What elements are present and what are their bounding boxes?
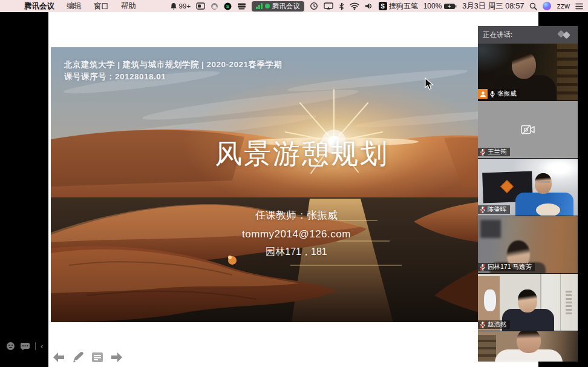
slide-info-block: 任课教师：张振威 tommy2014@126.com 园林171，181 bbox=[200, 208, 393, 259]
shared-screen-window: 北京建筑大学 | 建筑与城市规划学院 | 2020-2021春季学期 课号课序号… bbox=[48, 12, 538, 367]
video-tile-2[interactable]: 王兰筠 bbox=[478, 101, 578, 158]
video-tile-3[interactable]: 陈肇晖 bbox=[478, 159, 578, 216]
svg-text:S: S bbox=[226, 4, 230, 9]
meeting-status-pill[interactable]: 腾讯会议 bbox=[252, 1, 304, 12]
prev-slide-button[interactable] bbox=[52, 351, 65, 363]
window-manager-icon[interactable] bbox=[196, 2, 205, 10]
menu-window[interactable]: 窗口 bbox=[88, 0, 115, 12]
video-tile-4[interactable]: 园林171 马逸芳 bbox=[478, 216, 578, 273]
signal-bars-icon bbox=[256, 3, 263, 9]
camera-off-icon bbox=[520, 124, 536, 136]
slideshow-nav-toolbar bbox=[52, 351, 123, 364]
chat-bubble-button[interactable] bbox=[20, 342, 30, 351]
volume-icon[interactable] bbox=[365, 2, 373, 10]
spotlight-search-icon[interactable] bbox=[529, 2, 537, 10]
mic-muted-icon bbox=[480, 321, 486, 328]
canyon-photo bbox=[51, 47, 538, 322]
toolbar-divider bbox=[35, 342, 36, 350]
collapse-chevron-icon[interactable]: ‹ bbox=[41, 342, 43, 350]
battery-percent: 100% bbox=[423, 2, 442, 10]
fast-user-switch[interactable]: zzw bbox=[557, 2, 570, 10]
menu-list-icon[interactable] bbox=[575, 3, 583, 10]
bell-icon bbox=[170, 2, 177, 10]
airplay-display-icon[interactable] bbox=[324, 2, 333, 10]
participant-name: 陈肇晖 bbox=[488, 205, 507, 214]
slide-title: 风景游憩规划 bbox=[196, 136, 408, 172]
menubar-clock[interactable]: 3月3日 周三 08:57 bbox=[462, 1, 524, 12]
slide-class-line: 园林171，181 bbox=[200, 246, 393, 259]
notification-badge[interactable]: 99+ bbox=[170, 2, 191, 10]
mic-muted-icon bbox=[480, 148, 486, 156]
notification-count: 99+ bbox=[179, 2, 191, 10]
meeting-pill-label: 腾讯会议 bbox=[272, 2, 300, 11]
mic-muted-icon bbox=[480, 263, 486, 271]
presentation-slide: 北京建筑大学 | 建筑与城市规划学院 | 2020-2021春季学期 课号课序号… bbox=[51, 47, 538, 322]
participant-name: 园林171 马逸芳 bbox=[488, 263, 532, 271]
speaking-label: 正在讲话: bbox=[483, 30, 512, 39]
participant-video-panel[interactable]: 正在讲话: 张振威 bbox=[478, 26, 578, 362]
participant-nametag: 园林171 马逸芳 bbox=[478, 263, 535, 271]
mic-on-icon bbox=[489, 90, 495, 98]
annotation-panel-button[interactable] bbox=[91, 351, 104, 363]
video-tile-1[interactable]: 张振威 bbox=[478, 44, 578, 101]
keyboard-stack-icon[interactable] bbox=[237, 2, 246, 10]
participant-nametag: 陈肇晖 bbox=[478, 205, 510, 214]
mic-active-dot-icon bbox=[265, 4, 270, 8]
emoji-button[interactable] bbox=[6, 342, 15, 351]
macos-menubar: 腾讯会议 编辑 窗口 帮助 99+ S 腾讯会议 bbox=[0, 0, 588, 12]
mouse-cursor bbox=[425, 78, 434, 90]
video-tile-5[interactable]: 赵浩然 bbox=[478, 274, 578, 331]
mic-muted-icon bbox=[480, 206, 486, 213]
menu-app-name[interactable]: 腾讯会议 bbox=[18, 0, 60, 12]
next-slide-button[interactable] bbox=[110, 351, 123, 363]
creative-cloud-icon[interactable] bbox=[211, 2, 218, 10]
slide-school-line: 北京建筑大学 | 建筑与城市规划学院 | 2020-2021春季学期 bbox=[64, 59, 283, 70]
slide-teacher-line: 任课教师：张振威 bbox=[200, 208, 393, 222]
wifi-icon[interactable] bbox=[350, 2, 359, 10]
video-feed bbox=[478, 331, 578, 362]
participant-name: 王兰筠 bbox=[488, 148, 507, 156]
video-tile-6[interactable] bbox=[478, 331, 578, 362]
participant-nametag: 王兰筠 bbox=[478, 148, 510, 156]
panel-header[interactable]: 正在讲话: bbox=[478, 26, 578, 44]
shield-s-icon[interactable]: S bbox=[224, 2, 232, 10]
battery-icon bbox=[443, 3, 457, 10]
siri-icon[interactable] bbox=[543, 2, 551, 10]
menu-help[interactable]: 帮助 bbox=[115, 0, 142, 12]
participant-nametag: 赵浩然 bbox=[478, 320, 510, 329]
sogou-icon: S bbox=[379, 2, 387, 10]
pen-tool-button[interactable] bbox=[71, 351, 85, 364]
input-method-item[interactable]: S 搜狗五笔 bbox=[379, 1, 418, 12]
participant-name: 赵浩然 bbox=[488, 320, 507, 329]
slide-course-line: 课号课序号：20128018.01 bbox=[64, 71, 166, 82]
host-badge-icon bbox=[478, 89, 488, 99]
time-machine-icon[interactable] bbox=[310, 2, 318, 10]
participant-name: 张振威 bbox=[497, 90, 517, 98]
corner-toolbar: ‹ bbox=[6, 342, 43, 351]
ime-label: 搜狗五笔 bbox=[389, 1, 418, 12]
menu-edit[interactable]: 编辑 bbox=[60, 0, 88, 12]
tencent-meeting-logo-icon bbox=[555, 30, 573, 39]
participant-nametag: 张振威 bbox=[478, 89, 520, 99]
battery-item[interactable]: 100% bbox=[423, 2, 457, 10]
slide-email-line: tommy2014@126.com bbox=[200, 228, 393, 240]
bluetooth-icon[interactable] bbox=[339, 2, 344, 10]
